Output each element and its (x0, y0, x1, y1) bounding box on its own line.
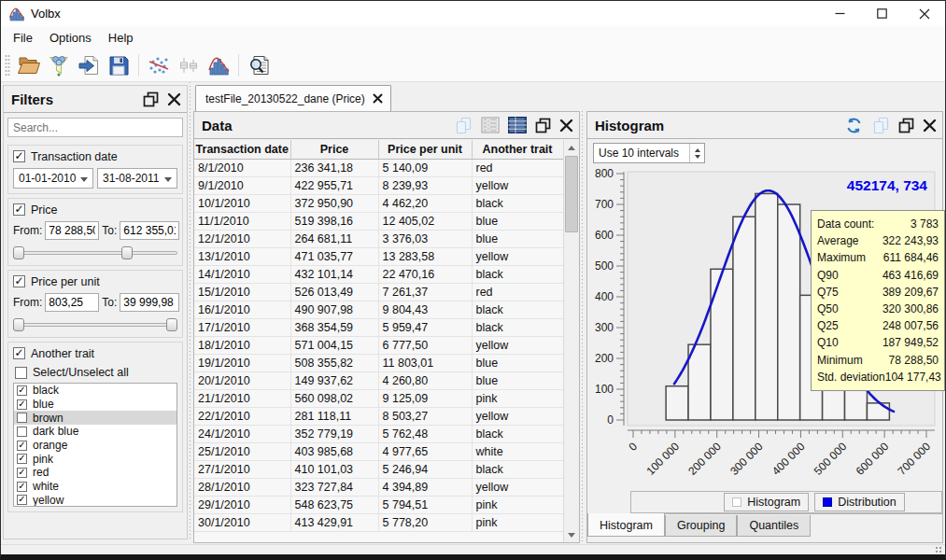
table-cell[interactable]: 236 341,18 (290, 159, 378, 176)
trait-checkbox[interactable] (17, 427, 27, 437)
histogram-button[interactable] (204, 51, 233, 79)
trait-item-red[interactable]: red (14, 466, 176, 480)
table-cell[interactable]: blue (472, 371, 563, 389)
table-cell[interactable]: 17/1/2010 (194, 318, 290, 336)
slider-handle-min[interactable] (13, 318, 24, 331)
price-range-slider[interactable] (13, 245, 177, 260)
transaction-date-checkbox[interactable] (13, 150, 25, 162)
table-cell[interactable]: 560 098,02 (290, 389, 378, 407)
table-cell[interactable]: 20/1/2010 (194, 371, 290, 389)
table-cell[interactable]: 403 985,68 (290, 442, 378, 460)
table-cell[interactable]: 11 803,01 (378, 354, 472, 371)
table-cell[interactable]: 22/1/2010 (194, 407, 290, 425)
copy-icon[interactable] (871, 117, 890, 134)
float-panel-icon[interactable] (535, 118, 551, 133)
close-panel-icon[interactable] (923, 119, 937, 133)
tab-quantiles[interactable]: Quantiles (737, 515, 811, 537)
table-cell[interactable]: yellow (472, 176, 563, 194)
document-tab[interactable]: testFile_20130522_dane (Price) (195, 85, 391, 111)
float-panel-icon[interactable] (898, 118, 914, 133)
table-cell[interactable]: pink (472, 513, 563, 531)
table-cell[interactable]: 13 283,58 (378, 247, 472, 265)
table-cell[interactable]: blue (472, 354, 563, 371)
scatter-plot-button[interactable] (144, 51, 174, 79)
open-file-button[interactable] (14, 51, 44, 79)
splitter-handle[interactable] (582, 111, 583, 543)
table-cell[interactable]: 5 140,09 (378, 159, 472, 176)
table-cell[interactable]: 422 955,71 (290, 176, 378, 194)
table-cell[interactable]: red (472, 159, 563, 176)
trait-checkbox[interactable] (17, 454, 27, 464)
table-cell[interactable]: yellow (472, 478, 563, 496)
table-cell[interactable]: 13/1/2010 (194, 247, 290, 265)
scroll-down-button[interactable] (564, 527, 579, 542)
another-trait-checkbox[interactable] (13, 347, 25, 359)
slider-handle-max[interactable] (166, 318, 177, 331)
close-window-button[interactable] (903, 1, 945, 26)
table-cell[interactable]: black (472, 425, 563, 442)
trait-checkbox[interactable] (17, 385, 27, 396)
trait-item-white[interactable]: white (14, 480, 176, 494)
table-cell[interactable]: 281 118,11 (290, 407, 378, 425)
table-cell[interactable]: 16/1/2010 (194, 301, 290, 318)
trait-checkbox[interactable] (17, 413, 27, 423)
table-cell[interactable]: white (472, 442, 563, 460)
table-cell[interactable]: 10/1/2010 (194, 194, 290, 212)
date-to-combobox[interactable]: 31-08-2011 (97, 168, 177, 189)
table-cell[interactable]: yellow (472, 247, 563, 265)
table-cell[interactable]: 11/1/2010 (194, 212, 290, 230)
table-cell[interactable]: pink (472, 496, 563, 513)
table-cell[interactable]: 12/1/2010 (194, 230, 290, 247)
trait-item-black[interactable]: black (14, 384, 176, 398)
slider-handle-max[interactable] (121, 246, 133, 259)
intervals-spinbox[interactable]: Use 10 intervals (593, 143, 705, 163)
table-cell[interactable]: 18/1/2010 (194, 336, 290, 354)
table-cell[interactable]: 22 470,16 (378, 265, 472, 283)
table-cell[interactable]: 8 239,93 (378, 176, 472, 194)
legend-item-distribution[interactable]: Distribution (814, 493, 905, 511)
table-cell[interactable]: 410 101,03 (290, 460, 378, 478)
tab-grouping[interactable]: Grouping (665, 515, 737, 537)
trait-checkbox[interactable] (17, 468, 27, 478)
table-cell[interactable]: 9 125,09 (378, 389, 472, 407)
table-cell[interactable]: black (472, 460, 563, 478)
box-plot-button[interactable] (174, 51, 204, 79)
select-all-checkbox[interactable] (15, 367, 27, 379)
scrollbar-thumb[interactable] (565, 156, 578, 232)
table-cell[interactable]: 490 907,98 (290, 301, 378, 318)
table-cell[interactable]: 8 503,27 (378, 407, 472, 425)
date-from-combobox[interactable]: 01-01-2010 (13, 168, 93, 189)
search-input[interactable] (7, 118, 183, 137)
column-header[interactable]: Price per unit (378, 140, 472, 159)
table-cell[interactable]: 8/1/2010 (194, 159, 290, 176)
table-cell[interactable]: 264 681,11 (290, 230, 378, 247)
resize-grip[interactable] (935, 546, 943, 554)
trait-item-brown[interactable]: brown (14, 411, 176, 425)
trait-checkbox[interactable] (17, 399, 27, 410)
table-cell[interactable]: 4 462,20 (378, 194, 472, 212)
tab-histogram[interactable]: Histogram (587, 513, 665, 537)
table-cell[interactable]: 30/1/2010 (194, 513, 290, 531)
price-per-unit-to-input[interactable] (120, 293, 179, 312)
trait-item-dark-blue[interactable]: dark blue (14, 425, 176, 439)
price-per-unit-checkbox[interactable] (13, 275, 25, 287)
plain-table-view-icon[interactable] (481, 117, 500, 133)
table-cell[interactable]: blue (472, 212, 563, 230)
trait-checkbox[interactable] (17, 441, 27, 451)
minimize-button[interactable] (819, 1, 861, 26)
table-cell[interactable]: 3 376,03 (378, 230, 472, 247)
table-cell[interactable]: 4 394,89 (378, 478, 472, 496)
table-cell[interactable]: 5 246,94 (378, 460, 472, 478)
table-cell[interactable]: black (472, 194, 563, 212)
blue-table-view-icon[interactable] (508, 117, 527, 133)
price-checkbox[interactable] (13, 203, 25, 216)
table-cell[interactable]: yellow (472, 407, 563, 425)
table-cell[interactable]: 149 937,62 (290, 371, 378, 389)
close-panel-icon[interactable] (167, 92, 181, 106)
table-cell[interactable]: 508 355,82 (290, 354, 378, 371)
column-header[interactable]: Another trait (472, 140, 563, 159)
filter-button[interactable] (44, 51, 74, 79)
table-cell[interactable]: black (472, 265, 563, 283)
table-cell[interactable]: 27/1/2010 (194, 460, 290, 478)
menu-options[interactable]: Options (41, 28, 100, 48)
